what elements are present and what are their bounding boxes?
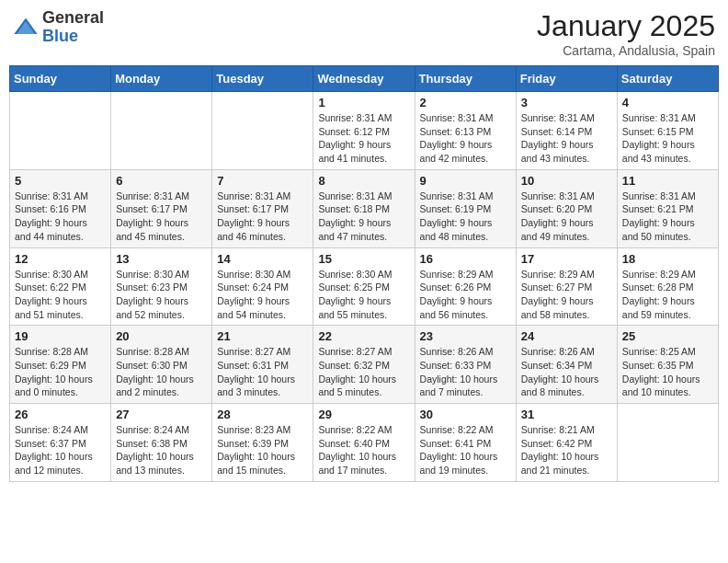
day-info: Sunrise: 8:31 AM Sunset: 6:12 PM Dayligh… <box>318 111 409 166</box>
day-number: 8 <box>318 174 409 188</box>
calendar-week-row: 1Sunrise: 8:31 AM Sunset: 6:12 PM Daylig… <box>10 92 719 170</box>
calendar-cell: 20Sunrise: 8:28 AM Sunset: 6:30 PM Dayli… <box>111 326 212 404</box>
day-info: Sunrise: 8:28 AM Sunset: 6:30 PM Dayligh… <box>116 345 207 399</box>
calendar-cell: 27Sunrise: 8:24 AM Sunset: 6:38 PM Dayli… <box>111 404 212 482</box>
day-number: 17 <box>521 252 612 266</box>
weekday-header-row: SundayMondayTuesdayWednesdayThursdayFrid… <box>10 66 719 92</box>
day-info: Sunrise: 8:21 AM Sunset: 6:42 PM Dayligh… <box>521 423 612 477</box>
day-number: 14 <box>217 252 308 266</box>
calendar-cell: 17Sunrise: 8:29 AM Sunset: 6:27 PM Dayli… <box>516 247 617 326</box>
calendar-cell: 23Sunrise: 8:26 AM Sunset: 6:33 PM Dayli… <box>415 326 516 404</box>
weekday-header: Sunday <box>10 66 111 92</box>
weekday-header: Wednesday <box>313 66 415 92</box>
day-number: 6 <box>116 174 207 188</box>
calendar-cell: 4Sunrise: 8:31 AM Sunset: 6:15 PM Daylig… <box>617 92 718 170</box>
calendar-week-row: 12Sunrise: 8:30 AM Sunset: 6:22 PM Dayli… <box>10 247 719 326</box>
calendar-week-row: 26Sunrise: 8:24 AM Sunset: 6:37 PM Dayli… <box>10 404 719 482</box>
day-number: 19 <box>15 329 106 343</box>
calendar-cell: 24Sunrise: 8:26 AM Sunset: 6:34 PM Dayli… <box>516 326 617 404</box>
calendar-table: SundayMondayTuesdayWednesdayThursdayFrid… <box>9 65 719 482</box>
logo-general: General <box>42 9 104 28</box>
day-number: 10 <box>521 174 612 188</box>
calendar-cell: 1Sunrise: 8:31 AM Sunset: 6:12 PM Daylig… <box>313 92 415 170</box>
logo: General Blue <box>13 9 104 46</box>
day-info: Sunrise: 8:31 AM Sunset: 6:14 PM Dayligh… <box>521 111 612 166</box>
title-block: January 2025 Cartama, Andalusia, Spain <box>537 9 715 58</box>
day-info: Sunrise: 8:31 AM Sunset: 6:19 PM Dayligh… <box>420 190 511 244</box>
calendar-cell <box>617 404 718 482</box>
calendar-cell: 12Sunrise: 8:30 AM Sunset: 6:22 PM Dayli… <box>10 247 111 326</box>
calendar-cell: 7Sunrise: 8:31 AM Sunset: 6:17 PM Daylig… <box>212 169 313 247</box>
weekday-header: Monday <box>111 66 212 92</box>
calendar-cell <box>212 92 313 170</box>
weekday-header: Thursday <box>415 66 516 92</box>
day-number: 22 <box>318 329 409 343</box>
day-number: 5 <box>15 174 106 188</box>
calendar-cell: 31Sunrise: 8:21 AM Sunset: 6:42 PM Dayli… <box>516 404 617 482</box>
calendar-cell: 13Sunrise: 8:30 AM Sunset: 6:23 PM Dayli… <box>111 247 212 326</box>
day-number: 3 <box>521 96 612 109</box>
calendar-cell <box>111 92 212 170</box>
day-info: Sunrise: 8:25 AM Sunset: 6:35 PM Dayligh… <box>622 345 713 399</box>
day-number: 25 <box>622 329 713 343</box>
calendar-cell: 16Sunrise: 8:29 AM Sunset: 6:26 PM Dayli… <box>415 247 516 326</box>
day-number: 29 <box>318 408 409 421</box>
day-number: 28 <box>217 408 308 421</box>
weekday-header: Tuesday <box>212 66 313 92</box>
day-info: Sunrise: 8:29 AM Sunset: 6:26 PM Dayligh… <box>420 268 511 322</box>
calendar-cell: 9Sunrise: 8:31 AM Sunset: 6:19 PM Daylig… <box>415 169 516 247</box>
calendar-cell: 8Sunrise: 8:31 AM Sunset: 6:18 PM Daylig… <box>313 169 415 247</box>
day-info: Sunrise: 8:31 AM Sunset: 6:16 PM Dayligh… <box>15 190 106 244</box>
day-info: Sunrise: 8:26 AM Sunset: 6:33 PM Dayligh… <box>420 345 511 399</box>
day-number: 21 <box>217 329 308 343</box>
day-number: 27 <box>116 408 207 421</box>
calendar-cell: 30Sunrise: 8:22 AM Sunset: 6:41 PM Dayli… <box>415 404 516 482</box>
calendar-cell: 11Sunrise: 8:31 AM Sunset: 6:21 PM Dayli… <box>617 169 718 247</box>
day-number: 4 <box>622 96 713 109</box>
day-number: 23 <box>420 329 511 343</box>
logo-icon <box>13 15 39 40</box>
day-info: Sunrise: 8:31 AM Sunset: 6:17 PM Dayligh… <box>116 190 207 244</box>
calendar-cell <box>10 92 111 170</box>
day-info: Sunrise: 8:27 AM Sunset: 6:31 PM Dayligh… <box>217 345 308 399</box>
calendar-cell: 3Sunrise: 8:31 AM Sunset: 6:14 PM Daylig… <box>516 92 617 170</box>
calendar-cell: 10Sunrise: 8:31 AM Sunset: 6:20 PM Dayli… <box>516 169 617 247</box>
day-number: 30 <box>420 408 511 421</box>
day-info: Sunrise: 8:31 AM Sunset: 6:20 PM Dayligh… <box>521 190 612 244</box>
day-info: Sunrise: 8:30 AM Sunset: 6:22 PM Dayligh… <box>15 268 106 322</box>
calendar-cell: 21Sunrise: 8:27 AM Sunset: 6:31 PM Dayli… <box>212 326 313 404</box>
calendar-cell: 25Sunrise: 8:25 AM Sunset: 6:35 PM Dayli… <box>617 326 718 404</box>
day-info: Sunrise: 8:31 AM Sunset: 6:21 PM Dayligh… <box>622 190 713 244</box>
calendar-cell: 14Sunrise: 8:30 AM Sunset: 6:24 PM Dayli… <box>212 247 313 326</box>
logo-text: General Blue <box>42 9 104 46</box>
calendar-cell: 5Sunrise: 8:31 AM Sunset: 6:16 PM Daylig… <box>10 169 111 247</box>
day-info: Sunrise: 8:23 AM Sunset: 6:39 PM Dayligh… <box>217 423 308 477</box>
day-number: 7 <box>217 174 308 188</box>
calendar-week-row: 19Sunrise: 8:28 AM Sunset: 6:29 PM Dayli… <box>10 326 719 404</box>
calendar-cell: 15Sunrise: 8:30 AM Sunset: 6:25 PM Dayli… <box>313 247 415 326</box>
day-info: Sunrise: 8:29 AM Sunset: 6:28 PM Dayligh… <box>622 268 713 322</box>
weekday-header: Saturday <box>617 66 718 92</box>
day-info: Sunrise: 8:30 AM Sunset: 6:25 PM Dayligh… <box>318 268 409 322</box>
day-number: 18 <box>622 252 713 266</box>
logo-blue: Blue <box>42 28 104 46</box>
calendar-cell: 22Sunrise: 8:27 AM Sunset: 6:32 PM Dayli… <box>313 326 415 404</box>
day-info: Sunrise: 8:30 AM Sunset: 6:23 PM Dayligh… <box>116 268 207 322</box>
month-title: January 2025 <box>537 9 715 43</box>
day-number: 13 <box>116 252 207 266</box>
day-info: Sunrise: 8:22 AM Sunset: 6:41 PM Dayligh… <box>420 423 511 477</box>
day-info: Sunrise: 8:31 AM Sunset: 6:15 PM Dayligh… <box>622 111 713 166</box>
day-info: Sunrise: 8:29 AM Sunset: 6:27 PM Dayligh… <box>521 268 612 322</box>
day-info: Sunrise: 8:31 AM Sunset: 6:17 PM Dayligh… <box>217 190 308 244</box>
day-number: 9 <box>420 174 511 188</box>
day-info: Sunrise: 8:30 AM Sunset: 6:24 PM Dayligh… <box>217 268 308 322</box>
day-info: Sunrise: 8:27 AM Sunset: 6:32 PM Dayligh… <box>318 345 409 399</box>
calendar-cell: 29Sunrise: 8:22 AM Sunset: 6:40 PM Dayli… <box>313 404 415 482</box>
day-info: Sunrise: 8:26 AM Sunset: 6:34 PM Dayligh… <box>521 345 612 399</box>
day-info: Sunrise: 8:22 AM Sunset: 6:40 PM Dayligh… <box>318 423 409 477</box>
calendar-cell: 26Sunrise: 8:24 AM Sunset: 6:37 PM Dayli… <box>10 404 111 482</box>
calendar-cell: 19Sunrise: 8:28 AM Sunset: 6:29 PM Dayli… <box>10 326 111 404</box>
day-info: Sunrise: 8:24 AM Sunset: 6:37 PM Dayligh… <box>15 423 106 477</box>
day-info: Sunrise: 8:24 AM Sunset: 6:38 PM Dayligh… <box>116 423 207 477</box>
day-info: Sunrise: 8:31 AM Sunset: 6:13 PM Dayligh… <box>420 111 511 166</box>
